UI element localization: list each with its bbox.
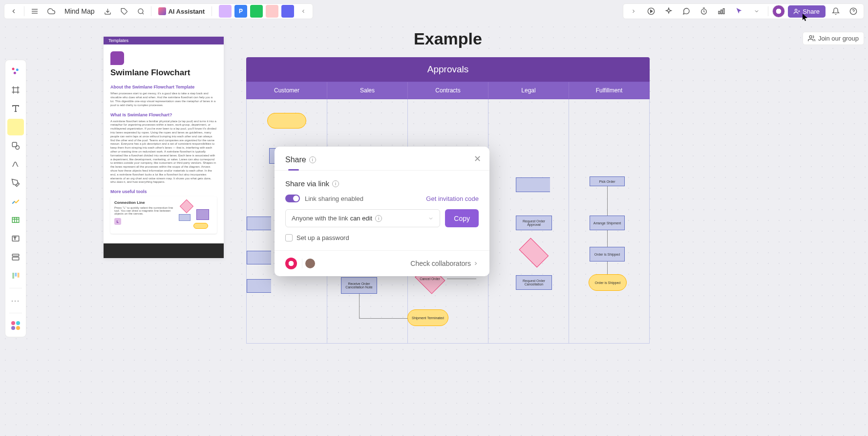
node-partial-3[interactable]: [247, 279, 271, 293]
node-legal-diamond[interactable]: [516, 241, 552, 264]
table-tool[interactable]: [7, 212, 24, 228]
ai-icon: [158, 7, 166, 15]
collaborator-avatar-1[interactable]: [285, 258, 297, 269]
highlighter-tool[interactable]: [7, 193, 24, 210]
svg-point-19: [16, 68, 19, 71]
menu-button[interactable]: [27, 5, 42, 18]
toggle-label: Link sharing enabled: [305, 195, 363, 202]
frame-tool[interactable]: [7, 82, 24, 98]
copy-button[interactable]: Copy: [445, 209, 479, 227]
collaborator-avatar-2[interactable]: [304, 258, 316, 269]
info-icon-2[interactable]: i: [332, 180, 339, 187]
svg-rect-11: [723, 9, 725, 14]
tag-button[interactable]: [117, 5, 131, 18]
dock-app-2[interactable]: P: [234, 5, 247, 18]
svg-rect-36: [12, 257, 19, 260]
lane-legal: Request Order Approval Request Order Can…: [488, 99, 569, 343]
share-via-link-label: Share via link: [285, 179, 329, 188]
sticky-note-tool[interactable]: [7, 119, 24, 135]
ai-assistant-button[interactable]: AI Assistant: [154, 7, 209, 15]
tab-indicator: [288, 169, 299, 171]
node-legal-1[interactable]: [516, 177, 550, 192]
sparkle-button[interactable]: [661, 5, 676, 18]
join-group-label: Join our group: [818, 35, 859, 42]
dock-app-1[interactable]: [219, 5, 232, 18]
svg-point-17: [809, 36, 812, 38]
lane-header-legal: Legal: [488, 82, 569, 99]
conn-title: Connection Line: [114, 200, 175, 205]
lane-headers: Customer Sales Contracts Legal Fulfillme…: [246, 82, 650, 99]
shape-tool[interactable]: [7, 137, 24, 154]
info-icon[interactable]: i: [309, 156, 316, 163]
chevron-down-icon: [428, 216, 434, 221]
expand-right[interactable]: [626, 5, 641, 18]
mouse-cursor: [803, 14, 808, 20]
svg-rect-10: [721, 10, 722, 14]
search-button[interactable]: [133, 5, 148, 18]
node-start[interactable]: [267, 113, 306, 129]
cloud-icon: [44, 5, 59, 18]
more-dropdown[interactable]: [749, 5, 764, 18]
card-tool[interactable]: [7, 249, 24, 265]
dock-app-3[interactable]: [250, 5, 263, 18]
document-title[interactable]: Mind Map: [61, 7, 98, 15]
svg-rect-9: [719, 11, 720, 14]
node-req-approval[interactable]: Request Order Approval: [516, 216, 552, 230]
node-pick[interactable]: Pick Order: [590, 176, 625, 186]
what-heading: What Is Swimlane Flowchart?: [110, 112, 217, 117]
vertical-toolbar: T ⋯: [5, 60, 26, 337]
conn-text: Press "L" to quickly select the connecti…: [114, 206, 175, 215]
pen-tool[interactable]: [7, 174, 24, 191]
node-order-shipped[interactable]: Order is Shipped: [589, 274, 627, 291]
permission-selector[interactable]: Anyone with the link can edit i: [285, 209, 440, 227]
mini-diagram: [179, 200, 213, 230]
connector-tool[interactable]: [7, 156, 24, 173]
select-tool[interactable]: [7, 63, 24, 80]
link-sharing-toggle[interactable]: [285, 195, 300, 202]
dock-app-5[interactable]: [281, 5, 294, 18]
node-receive-cancel[interactable]: Receive Order Cancellation Note: [341, 277, 377, 294]
node-req-cancel[interactable]: Request Order Cancellation: [516, 275, 552, 290]
export-button[interactable]: [100, 5, 115, 18]
dock-app-4[interactable]: [266, 5, 278, 18]
help-button[interactable]: [846, 5, 861, 18]
more-tools[interactable]: ⋯: [7, 292, 24, 309]
close-button[interactable]: ✕: [472, 153, 483, 164]
check-collaborators[interactable]: Check collaborators: [410, 260, 479, 267]
group-icon: [808, 35, 815, 42]
timer-button[interactable]: [697, 5, 711, 18]
node-partial-2[interactable]: [247, 251, 271, 264]
node-arrange[interactable]: Arrange Shipment: [590, 216, 625, 230]
top-toolbar: Mind Map AI Assistant P Shar: [4, 3, 864, 19]
chevron-right-icon: [473, 261, 479, 266]
get-invitation-code[interactable]: Get invitation code: [426, 195, 479, 202]
about-heading: About the Swimlane Flowchart Template: [110, 85, 217, 89]
svg-point-18: [12, 68, 15, 70]
svg-rect-38: [15, 273, 17, 277]
node-partial-1[interactable]: [247, 217, 271, 230]
textbox-tool[interactable]: T: [7, 230, 24, 247]
chart-button[interactable]: [714, 5, 729, 18]
user-avatar[interactable]: [772, 5, 785, 18]
kanban-tool[interactable]: [7, 267, 24, 284]
back-button[interactable]: [6, 5, 21, 18]
apps-button[interactable]: [7, 317, 24, 334]
connection-line-card: Connection Line Press "L" to quickly sel…: [110, 196, 217, 234]
password-checkbox[interactable]: [285, 234, 293, 241]
play-button[interactable]: [644, 5, 658, 18]
modal-footer: Check collaborators: [275, 250, 489, 276]
join-group-button[interactable]: Join our group: [803, 32, 864, 45]
svg-text:T: T: [14, 236, 16, 240]
comment-button[interactable]: [679, 5, 694, 18]
node-shipped[interactable]: Order is Shipped: [590, 247, 625, 262]
password-label: Set up a password: [296, 234, 349, 241]
svg-rect-29: [12, 218, 19, 223]
perm-value: can edit: [350, 215, 373, 222]
text-tool[interactable]: [7, 100, 24, 117]
notifications-button[interactable]: [828, 5, 843, 18]
board-title: Example: [246, 29, 650, 48]
dock-collapse[interactable]: [296, 5, 311, 18]
cursor-button[interactable]: [732, 5, 746, 18]
template-badge: Templates: [104, 37, 224, 44]
ai-label: AI Assistant: [168, 8, 205, 15]
